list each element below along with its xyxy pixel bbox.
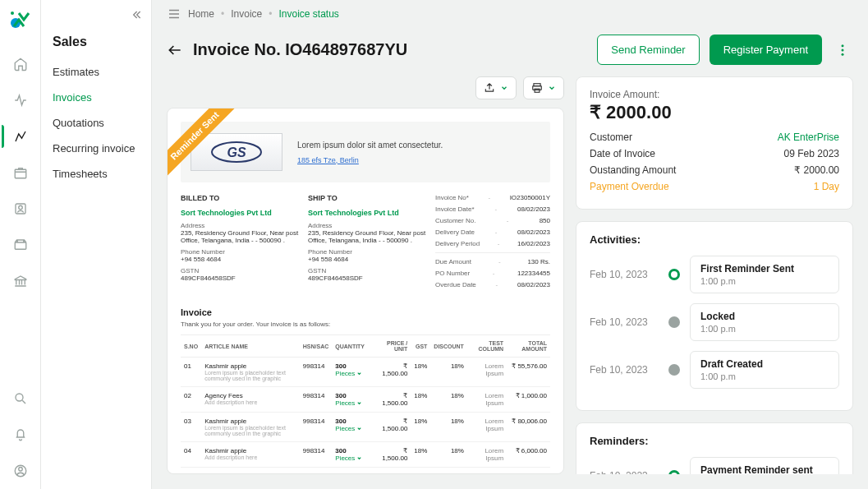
chevron-down-icon [548,84,556,92]
activity-item: Feb 10, 2023Locked1:00 p.m [590,303,839,341]
nav-activity-icon[interactable] [2,82,39,118]
back-icon[interactable] [167,42,183,58]
svg-rect-5 [15,242,26,249]
nav-profile-icon[interactable] [2,453,39,489]
breadcrumb-home[interactable]: Home [188,8,214,20]
register-payment-button[interactable]: Register Payment [710,35,822,65]
amount-value: ₹ 2000.00 [590,102,839,123]
amount-label: Invoice Amount: [590,89,839,100]
sidebar-item-invoices[interactable]: Invoices [41,85,151,110]
sidebar-item-timesheets[interactable]: Timesheets [41,161,151,187]
print-button[interactable] [523,76,564,99]
page-title: Invoice No. IO464897687YU [193,40,587,59]
nav-search-icon[interactable] [2,381,39,417]
activity-item: Feb 10, 2023First Reminder Sent1:00 p.m [590,256,839,293]
nav-notifications-icon[interactable] [2,417,39,453]
share-button[interactable] [475,76,517,99]
activity-item: Feb 10, 2023Payment Reminder sent1:00 p.… [590,457,839,474]
invoice-body-title: Invoice [181,307,550,317]
table-row: 05Kashmir apple998314300 Pieces ₹ 1,500.… [181,468,550,475]
line-items-table: S.NOARTICLE NAMEHSN/SACQUANTITYPRICE / U… [181,334,550,474]
nav-package-icon[interactable] [2,155,39,191]
sidebar-item-recurring-invoice[interactable]: Recurring invoice [41,136,151,161]
print-icon [531,82,543,94]
sidebar-item-quotations[interactable]: Quotations [41,110,151,136]
activity-item: Feb 10, 2023Draft Created1:00 p.m [590,351,839,389]
table-row: 01Kashmir appleLorem ipsum is placeholde… [181,358,550,387]
table-row: 03Kashmir appleLorem ipsum is placeholde… [181,413,550,442]
breadcrumb-invoice[interactable]: Invoice [231,8,262,20]
nav-sales-icon[interactable] [2,118,39,155]
breadcrumb: Home • Invoice • Invoice status [152,0,868,28]
sidebar-item-estimates[interactable]: Estimates [41,59,151,85]
send-reminder-button[interactable]: Send Reminder [597,35,699,65]
invoice-meta: Invoice No*-IO23050001YInvoice Date*-08/… [435,194,550,293]
activities-title: Activities: [590,233,839,246]
invoice-body-sub: Thank you for your order. Your invoice i… [181,321,550,328]
svg-point-10 [842,48,844,51]
company-logo-placeholder: GS [191,133,282,171]
nav-bank-icon[interactable] [2,263,39,299]
invoice-summary-card: Invoice Amount: ₹ 2000.00 CustomerAK Ent… [576,76,853,210]
reminders-card: Reminders: Feb 10, 2023Payment Reminder … [576,422,853,474]
nav-wallet-icon[interactable] [2,227,39,263]
sidebar-title: Sales [41,33,151,59]
invoice-header-link[interactable]: 185 efs Tze, Berlin [297,156,443,164]
reminders-title: Reminders: [590,435,839,447]
sidebar: Sales EstimatesInvoicesQuotationsRecurri… [41,0,152,489]
collapse-sidebar-icon[interactable] [41,8,151,33]
billed-to-section: BILLED TO Sort Technologies Pvt Ltd Addr… [181,194,300,293]
breadcrumb-current: Invoice status [278,8,338,20]
svg-point-11 [842,53,844,55]
main-panel: Home • Invoice • Invoice status Invoice … [152,0,868,489]
ship-to-section: SHIP TO Sort Technologies Pvt Ltd Addres… [308,194,427,293]
nav-home-icon[interactable] [2,46,39,82]
invoice-header-text: Lorem ipsum dolor sit amet consectetur. [297,141,443,150]
table-row: 02Agency FeesAdd description here9983143… [181,387,550,413]
more-options-icon[interactable] [832,39,853,61]
app-logo [8,8,33,31]
activities-card: Activities: Feb 10, 2023First Reminder S… [576,221,853,411]
svg-point-8 [18,468,22,472]
svg-text:GS: GS [227,145,246,159]
svg-point-6 [16,394,23,401]
svg-point-9 [842,44,844,47]
table-row: 04Kashmir appleAdd description here99831… [181,442,550,468]
svg-point-4 [18,205,22,210]
menu-icon[interactable] [167,7,181,21]
svg-rect-2 [15,169,26,178]
chevron-down-icon [500,84,508,92]
share-icon [484,82,495,94]
nav-rail [0,0,41,489]
nav-contacts-icon[interactable] [2,191,39,227]
svg-point-1 [11,12,14,15]
invoice-preview: Reminder Sent GS Lorem ipsum dolor sit a… [167,108,564,474]
